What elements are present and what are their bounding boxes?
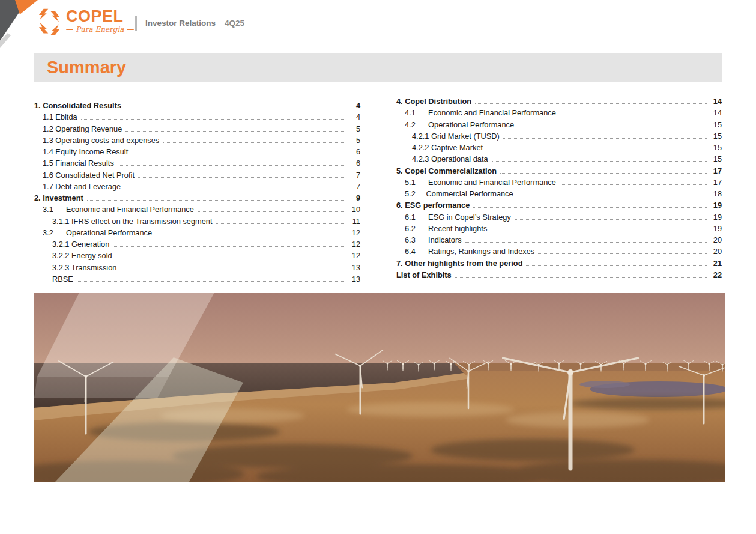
toc-dot-leader	[216, 223, 346, 224]
toc-entry-label: 4.2.3 Operational data	[412, 154, 488, 163]
toc-entry-label: 1.1 Ebitda	[43, 112, 77, 121]
toc-entry-label: 6.3 Indicators	[405, 235, 462, 244]
toc-entry-label: 3.2.1 Generation	[52, 240, 109, 249]
toc-dot-leader	[538, 253, 707, 254]
toc-entry[interactable]: 1.2 Operating Revenue5	[34, 124, 360, 136]
toc-page-number: 5	[348, 124, 360, 133]
toc-dot-leader	[132, 154, 345, 154]
toc-page-number: 4	[348, 112, 360, 121]
toc-dot-leader	[156, 235, 345, 235]
toc-entry-label: 1.7 Debt and Leverage	[43, 182, 121, 191]
toc-entry[interactable]: 1.4 Equity Income Result6	[34, 147, 360, 159]
toc-entry-label: 2. Investment	[34, 193, 83, 202]
toc-entry-label: 6.4 Ratings, Rankings and Indexes	[405, 247, 534, 256]
toc-page-number: 7	[348, 171, 360, 180]
toc-page-number: 21	[710, 259, 722, 268]
toc-dot-leader	[500, 173, 707, 174]
toc-entry-label: RBSE	[52, 275, 73, 284]
toc-entry[interactable]: 6. ESG performance19	[396, 201, 722, 212]
toc-entry[interactable]: 1.6 Consolidated Net Profit7	[34, 171, 360, 182]
toc-entry[interactable]: 2. Investment9	[34, 193, 360, 205]
toc-page-number: 18	[710, 189, 722, 198]
toc-page-number: 17	[710, 178, 722, 187]
toc-page-number: 4	[348, 101, 360, 110]
toc-entry-label: 6.2 Recent highlights	[405, 224, 487, 233]
toc-entry-label: 3.1.1 IFRS effect on the Transmission se…	[52, 217, 213, 226]
toc-entry[interactable]: 3.2.2 Energy sold12	[34, 251, 360, 262]
toc-entry-label: 6.1 ESG in Copel’s Strategy	[405, 213, 511, 222]
toc-entry[interactable]: 1.7 Debt and Leverage7	[34, 182, 360, 193]
toc-entry[interactable]: 6.4 Ratings, Rankings and Indexes20	[396, 247, 722, 258]
toc-entry[interactable]: 1.1 Ebitda4	[34, 112, 360, 124]
toc-page-number: 19	[710, 201, 722, 210]
toc-entry-label: 1.6 Consolidated Net Profit	[43, 171, 135, 180]
toc-entry[interactable]: 4.2 Operational Performance15	[396, 120, 722, 132]
toc-entry[interactable]: 4.2.1 Grid Market (TUSD)15	[396, 132, 722, 143]
toc-page-number: 13	[348, 275, 360, 284]
toc-page-number: 11	[348, 217, 360, 226]
toc-entry[interactable]: 1. Consolidated Results4	[34, 101, 360, 112]
toc-entry[interactable]: 4. Copel Distribution14	[396, 97, 722, 108]
toc-entry-label: 1.3 Operating costs and expenses	[43, 136, 159, 145]
toc-page-number: 15	[710, 154, 722, 163]
toc-dot-leader	[125, 131, 345, 132]
toc-entry[interactable]: 3.2 Operational Performance12	[34, 228, 360, 240]
toc-entry[interactable]: 3.2.3 Transmission13	[34, 263, 360, 275]
toc-dot-leader	[560, 115, 707, 115]
toc-dot-leader	[526, 265, 707, 266]
header-period: 4Q25	[225, 19, 244, 28]
toc-dot-leader	[517, 196, 707, 196]
toc-page-number: 14	[710, 97, 722, 106]
brand-tagline: Pura Energia	[66, 25, 134, 34]
toc-dot-leader	[120, 270, 345, 270]
toc-entry-label: 5.1 Economic and Financial Performance	[405, 178, 556, 187]
toc-dot-leader	[125, 108, 345, 108]
toc-entry-label: 3.2 Operational Performance	[43, 228, 152, 237]
toc-page-number: 15	[710, 120, 722, 129]
toc-page-number: 12	[348, 240, 360, 249]
toc-entry-label: 1.2 Operating Revenue	[43, 124, 122, 133]
wind-farm-photo	[34, 293, 725, 482]
toc-entry-label: 4. Copel Distribution	[396, 97, 471, 106]
toc-entry[interactable]: 6.1 ESG in Copel’s Strategy19	[396, 213, 722, 224]
toc-entry[interactable]: List of Exhibits22	[396, 270, 722, 282]
toc-entry[interactable]: 7. Other highlights from the period21	[396, 259, 722, 270]
toc-entry-label: 1.4 Equity Income Result	[43, 147, 128, 156]
toc-entry[interactable]: 3.1 Economic and Financial Performance10	[34, 205, 360, 216]
toc-entry[interactable]: 1.5 Financial Results6	[34, 159, 360, 170]
toc-entry[interactable]: 6.3 Indicators20	[396, 235, 722, 247]
toc-dot-leader	[475, 103, 707, 104]
toc-entry-label: 4.2.2 Captive Market	[412, 143, 483, 152]
toc-entry[interactable]: 4.1 Economic and Financial Performance14	[396, 108, 722, 120]
toc-entry[interactable]: 5.2 Commercial Performance18	[396, 189, 722, 201]
toc-dot-leader	[518, 127, 707, 127]
toc-dot-leader	[87, 200, 345, 201]
toc-page-number: 7	[348, 182, 360, 191]
toc-entry-label: 3.1 Economic and Financial Performance	[43, 205, 194, 214]
toc-dot-leader	[486, 150, 707, 150]
toc-page-number: 14	[710, 108, 722, 117]
toc-entry[interactable]: 5. Copel Commercialization17	[396, 166, 722, 178]
toc-entry[interactable]: 4.2.2 Captive Market15	[396, 143, 722, 154]
toc-page-number: 19	[710, 213, 722, 222]
toc-page-number: 20	[710, 247, 722, 256]
toc-page-number: 12	[348, 228, 360, 237]
toc-entry-label: 1.5 Financial Results	[43, 159, 114, 168]
toc-entry-label: 3.2.3 Transmission	[52, 263, 116, 272]
toc-dot-leader	[455, 277, 707, 278]
toc-page-number: 15	[710, 132, 722, 141]
toc-entry[interactable]: 4.2.3 Operational data15	[396, 154, 722, 166]
toc-entry-label: 6. ESG performance	[396, 201, 470, 210]
toc-entry[interactable]: 6.2 Recent highlights19	[396, 224, 722, 235]
toc-dot-leader	[560, 184, 707, 185]
toc-dot-leader	[124, 189, 345, 189]
toc-entry[interactable]: 3.1.1 IFRS effect on the Transmission se…	[34, 217, 360, 228]
toc-entry[interactable]: 3.2.1 Generation12	[34, 240, 360, 251]
toc-dot-leader	[118, 165, 345, 166]
toc-entry[interactable]: RBSE13	[34, 275, 360, 286]
toc-column-left: 1. Consolidated Results41.1 Ebitda41.2 O…	[34, 101, 360, 286]
toc-page-number: 6	[348, 147, 360, 156]
copel-logo-icon	[38, 8, 61, 35]
toc-entry[interactable]: 5.1 Economic and Financial Performance17	[396, 178, 722, 189]
toc-entry[interactable]: 1.3 Operating costs and expenses5	[34, 136, 360, 147]
